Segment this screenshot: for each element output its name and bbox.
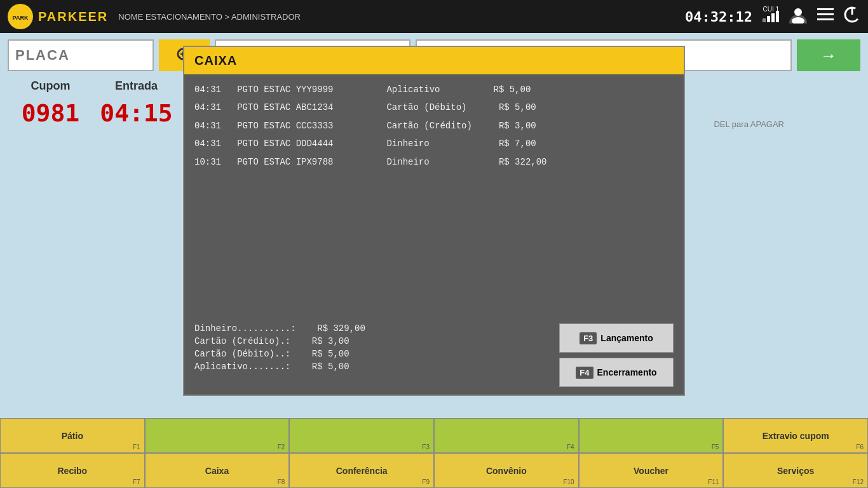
servicos-fn: F12 [853, 478, 864, 485]
f5-button[interactable]: F5 [579, 418, 724, 453]
logo-area: PARK PARKEER [8, 4, 108, 29]
menu-icon[interactable] [817, 8, 834, 25]
top-right: 04:32:12 CUI 1 [685, 6, 860, 27]
servicos-button[interactable]: Serviços F12 [723, 453, 868, 488]
power-icon[interactable] [844, 6, 860, 27]
top-bar: PARK PARKEER NOME ESTACIONAMENTO > ADMIN… [0, 0, 868, 33]
top-title: NOME ESTACIONAMENTO > ADMINISTRADOR [118, 12, 301, 22]
f3-fn: F3 [422, 444, 430, 451]
f2-fn: F2 [278, 444, 285, 451]
signal-icon: CUI 1 [763, 11, 779, 22]
modal-title: CAIXA [184, 47, 684, 74]
modal-footer: Dinheiro..........: R$ 329,00 Cartão (Cr… [184, 316, 684, 395]
convenio-fn: F10 [563, 478, 574, 485]
btn-row-2: Recibo F7 Caixa F8 Conferência F9 Convên… [0, 453, 868, 488]
caixa-row-0: 04:31 PGTO ESTAC YYY9999 Aplicativo R$ 5… [189, 81, 679, 98]
voucher-label: Voucher [634, 466, 668, 476]
convenio-button[interactable]: Convênio F10 [434, 453, 579, 488]
caixa-row-1: 04:31 PGTO ESTAC ABC1234 Cartão (Débito)… [189, 98, 679, 116]
encerramento-fn-key: F4 [576, 367, 593, 379]
lancamento-label: Lançamento [600, 333, 653, 343]
lancamento-button[interactable]: F3 Lançamento [559, 323, 674, 353]
logo-text: PARKEER [38, 10, 108, 24]
encerramento-button[interactable]: F4 Encerramento [559, 358, 674, 387]
recibo-button[interactable]: Recibo F7 [0, 453, 145, 488]
voucher-fn: F11 [708, 478, 719, 485]
caixa-button[interactable]: Caixa F8 [145, 453, 290, 488]
patio-label: Pátio [62, 431, 83, 441]
extravio-button[interactable]: Extravio cupom F6 [723, 418, 868, 453]
caixa-modal: CAIXA 04:31 PGTO ESTAC YYY9999 Aplicativ… [183, 46, 685, 396]
conferencia-button[interactable]: Conferência F9 [289, 453, 434, 488]
f5-fn: F5 [712, 444, 719, 451]
patio-fn: F1 [133, 444, 140, 451]
bottom-bar: Pátio F1 F2 F3 F4 F5 Extravio cupom F6 R… [0, 418, 868, 488]
svg-point-3 [794, 8, 802, 16]
f2-button[interactable]: F2 [145, 418, 290, 453]
svg-rect-5 [817, 8, 834, 10]
signal-bar-1 [763, 18, 766, 22]
recibo-fn: F7 [133, 478, 140, 485]
caixa-row-4: 10:31 PGTO ESTAC IPX9788 Dinheiro R$ 322… [189, 153, 679, 171]
main-content: → Cupom Entrada 0981 04:15 DEL para APAG… [0, 33, 868, 418]
user-icon[interactable] [789, 6, 807, 27]
summary-credito: Cartão (Crédito).: R$ 3,00 [194, 336, 365, 346]
f3-button[interactable]: F3 [289, 418, 434, 453]
caixa-fn: F8 [278, 478, 285, 485]
extravio-label: Extravio cupom [763, 431, 829, 441]
f4-button[interactable]: F4 [434, 418, 579, 453]
svg-text:PARK: PARK [13, 15, 29, 21]
signal-bar-3 [771, 13, 775, 22]
caixa-label: Caixa [205, 466, 229, 476]
modal-overlay: CAIXA 04:31 PGTO ESTAC YYY9999 Aplicativ… [0, 33, 868, 418]
btn-row-1: Pátio F1 F2 F3 F4 F5 Extravio cupom F6 [0, 418, 868, 453]
summary-dinheiro: Dinheiro..........: R$ 329,00 [194, 323, 365, 334]
svg-rect-6 [817, 13, 834, 15]
action-col: F3 Lançamento F4 Encerramento [559, 323, 674, 387]
summary-col: Dinheiro..........: R$ 329,00 Cartão (Cr… [194, 323, 365, 372]
signal-bar-2 [767, 16, 770, 22]
svg-rect-7 [817, 18, 834, 20]
f4-fn: F4 [567, 444, 574, 451]
conferencia-label: Conferência [336, 466, 388, 476]
patio-button[interactable]: Pátio F1 [0, 418, 145, 453]
caixa-row-2: 04:31 PGTO ESTAC CCC3333 Cartão (Crédito… [189, 117, 679, 135]
clock-display: 04:32:12 [685, 9, 752, 25]
summary-aplicativo: Aplicativo.......: R$ 5,00 [194, 362, 365, 372]
modal-body: 04:31 PGTO ESTAC YYY9999 Aplicativo R$ 5… [184, 74, 684, 316]
servicos-label: Serviços [777, 466, 814, 476]
encerramento-label: Encerramento [597, 367, 657, 377]
voucher-button[interactable]: Voucher F11 [579, 453, 724, 488]
convenio-label: Convênio [486, 466, 527, 476]
conferencia-fn: F9 [422, 478, 430, 485]
summary-debito: Cartão (Débito)..: R$ 5,00 [194, 349, 365, 359]
caixa-row-3: 04:31 PGTO ESTAC DDD4444 Dinheiro R$ 7,0… [189, 135, 679, 152]
recibo-label: Recibo [57, 466, 87, 476]
lancamento-fn-key: F3 [580, 332, 597, 344]
extravio-fn: F6 [856, 444, 864, 451]
logo-icon: PARK [8, 4, 33, 29]
cui-label: CUI 1 [763, 6, 779, 13]
